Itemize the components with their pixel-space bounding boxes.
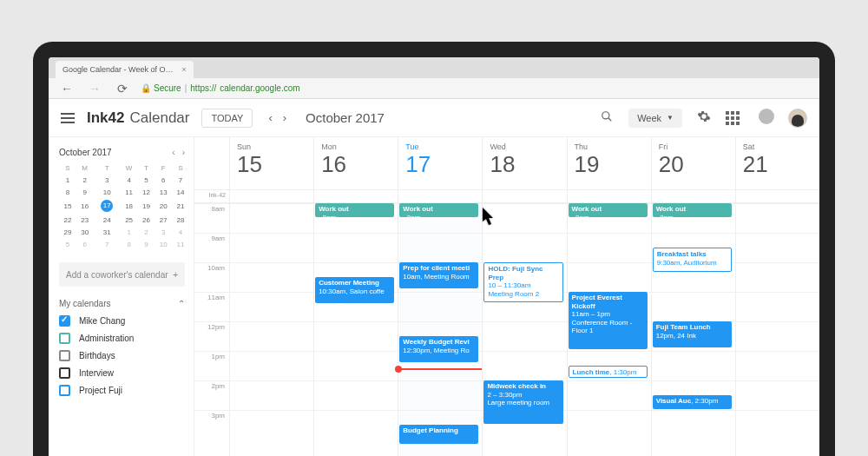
mini-calendar[interactable]: SMTWTFS123456789101112131415161718192021… [59,162,189,250]
notifications-icon[interactable] [757,109,776,127]
mini-cal-day[interactable]: 27 [155,214,172,226]
browser-tab[interactable]: Google Calendar - Week of O… × [56,61,194,78]
calendar-list-item[interactable]: Project Fuji [59,385,185,396]
mini-cal-day[interactable]: 13 [155,186,172,198]
day-column[interactable]: Work out, 8amPrep for client meeti10am, … [398,203,482,456]
mini-cal-day[interactable]: 12 [138,186,155,198]
mini-cal-day[interactable]: 11 [121,186,138,198]
mini-cal-day[interactable]: 14 [172,186,189,198]
mini-cal-day[interactable]: 7 [94,238,121,250]
mini-cal-day[interactable]: 20 [155,198,172,214]
next-period-icon[interactable]: › [279,108,290,128]
mini-cal-day[interactable]: 2 [76,174,94,186]
checkbox-icon[interactable] [59,385,70,396]
day-header[interactable]: Mon16 [314,137,398,189]
day-column[interactable]: HOLD: Fuji Sync Prep10 – 11:30amMeeting … [482,203,566,456]
view-dropdown[interactable]: Week ▼ [628,109,682,128]
mini-cal-day[interactable]: 22 [59,214,76,226]
url-field[interactable]: 🔒 Secure | https://calendar.google.com [141,83,300,93]
checkbox-icon[interactable] [59,350,70,361]
mini-cal-day[interactable]: 1 [59,174,76,186]
mini-cal-day[interactable]: 5 [59,238,76,250]
calendar-list-item[interactable]: Interview [59,367,185,379]
calendar-event[interactable]: Midweek check in2 – 3:30pmLarge meeting … [483,380,562,424]
mini-cal-day[interactable]: 16 [76,198,94,214]
checkbox-icon[interactable] [59,315,70,327]
mini-cal-day[interactable]: 24 [94,214,121,226]
today-button[interactable]: TODAY [201,109,253,128]
mini-cal-day[interactable]: 19 [138,198,155,214]
mini-cal-day[interactable]: 1 [121,226,138,238]
day-header[interactable]: Sat21 [736,137,819,189]
calendar-list-item[interactable]: Mike Chang [59,315,185,327]
day-column[interactable]: Work out, 8amProject Everest Kickoff11am… [567,203,651,456]
calendar-event[interactable]: Fuji Team Lunch12pm, 24 Ink [653,321,732,347]
mini-cal-day[interactable]: 8 [121,238,138,250]
calendar-event[interactable]: HOLD: Fuji Sync Prep10 – 11:30amMeeting … [483,262,562,302]
day-column[interactable]: Work out, 8amBreakfast talks9:30am, Audi… [651,203,735,456]
calendar-event[interactable]: Budget Planning [399,425,478,444]
mini-cal-day[interactable]: 25 [121,214,138,226]
search-icon[interactable] [597,110,616,125]
mini-cal-day[interactable]: 26 [138,214,155,226]
forward-icon[interactable]: → [85,82,104,96]
mini-cal-day[interactable]: 5 [138,174,155,186]
reload-icon[interactable]: ⟳ [113,82,132,96]
mini-cal-day[interactable]: 11 [172,238,189,250]
day-header[interactable]: Fri20 [652,137,735,189]
mini-cal-day[interactable]: 6 [76,238,94,250]
mini-cal-day[interactable]: 10 [155,238,172,250]
calendar-event[interactable]: Breakfast talks9:30am, Auditorium [653,248,732,272]
calendar-event[interactable]: Prep for client meeti10am, Meeting Room [399,262,478,288]
mini-cal-day[interactable]: 31 [94,226,121,238]
calendar-list-item[interactable]: Administration [59,333,185,344]
checkbox-icon[interactable] [59,367,70,379]
mini-cal-day[interactable]: 29 [59,226,76,238]
avatar[interactable] [788,109,807,128]
day-column[interactable] [229,203,313,456]
gear-icon[interactable] [694,109,713,126]
mini-cal-day[interactable]: 15 [59,198,76,214]
close-icon[interactable]: × [181,65,186,74]
mini-cal-day[interactable]: 4 [121,174,138,186]
checkbox-icon[interactable] [59,333,70,344]
mini-cal-day[interactable]: 6 [155,174,172,186]
prev-period-icon[interactable]: ‹ [265,108,275,128]
calendar-event[interactable]: Work out, 8am [653,203,732,217]
my-calendars-toggle[interactable]: My calendars ⌃ [59,299,185,308]
day-column[interactable] [735,203,819,456]
calendar-event[interactable]: Weekly Budget Revi12:30pm, Meeting Ro [399,336,478,362]
mini-cal-day[interactable]: 23 [76,214,94,226]
mini-cal-day[interactable]: 2 [138,226,155,238]
mini-prev-icon[interactable]: ‹ [172,148,174,157]
mini-next-icon[interactable]: › [182,148,185,157]
day-header[interactable]: Sun15 [230,137,313,189]
day-column[interactable]: Work out, 8amCustomer Meeting10:30am, Sa… [313,203,398,456]
day-header[interactable]: Tue17 [398,137,482,189]
back-icon[interactable]: ← [57,82,76,96]
mini-cal-day[interactable]: 3 [155,226,172,238]
mini-cal-day[interactable]: 17 [94,198,121,214]
menu-icon[interactable] [61,113,75,123]
apps-icon[interactable] [726,111,745,125]
mini-cal-day[interactable]: 9 [138,238,155,250]
mini-cal-day[interactable]: 30 [76,226,94,238]
calendar-event[interactable]: Project Everest Kickoff11am – 1pmConfere… [569,292,648,349]
mini-cal-day[interactable]: 8 [59,186,76,198]
mini-cal-day[interactable]: 7 [172,174,189,186]
calendar-list-item[interactable]: Birthdays [59,350,185,361]
calendar-event[interactable]: Work out, 8am [399,203,478,217]
calendar-event[interactable]: Work out, 8am [569,203,648,217]
calendar-event[interactable]: Visual Auc, 2:30pm [653,395,732,409]
calendar-event[interactable]: Lunch time, 1:30pm [569,366,648,378]
day-header[interactable]: Wed18 [483,137,566,189]
mini-cal-day[interactable]: 28 [172,214,189,226]
add-coworker-button[interactable]: Add a coworker's calendar + [59,262,185,287]
mini-cal-day[interactable]: 18 [121,198,138,214]
mini-cal-day[interactable]: 21 [172,198,189,214]
mini-cal-day[interactable]: 4 [172,226,189,238]
day-header[interactable]: Thu19 [568,137,651,189]
mini-cal-day[interactable]: 10 [94,186,121,198]
calendar-event[interactable]: Customer Meeting10:30am, Salon coffe [315,277,394,303]
calendar-event[interactable]: Work out, 8am [315,203,394,217]
